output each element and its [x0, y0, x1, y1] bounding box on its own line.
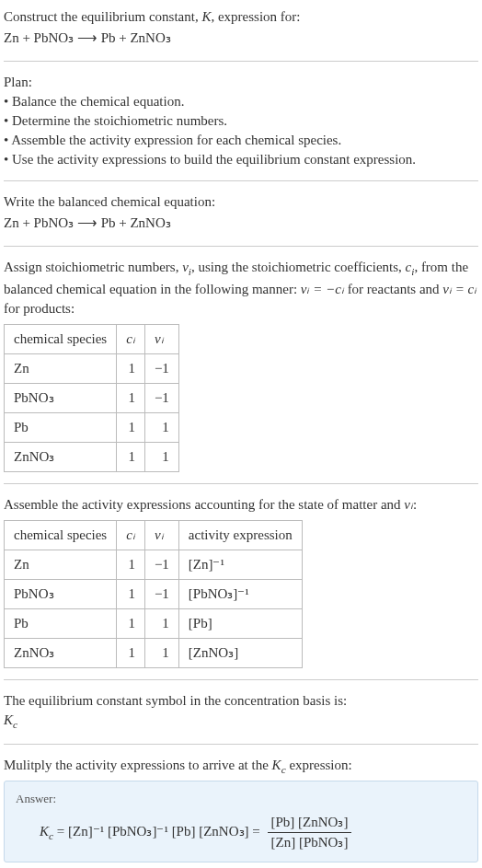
th-species: chemical species — [5, 324, 117, 353]
cell-species: ZnNO₃ — [5, 638, 117, 667]
mult-t2: expression: — [286, 758, 352, 772]
th-nui: νᵢ — [144, 520, 178, 550]
stoich-rel2: νᵢ = cᵢ — [442, 282, 476, 296]
symbol-kc: Kc — [4, 711, 478, 733]
th-ci-text: cᵢ — [126, 331, 135, 346]
th-ci-text: cᵢ — [126, 527, 135, 542]
cell-nui: −1 — [144, 579, 178, 608]
cell-ci: 1 — [117, 383, 145, 412]
plan-bullet-2: • Determine the stoichiometric numbers. — [4, 111, 478, 131]
table-row: Zn 1 −1 [Zn]⁻¹ — [5, 550, 303, 579]
table-row: Pb 1 1 [Pb] — [5, 608, 303, 638]
stoich-t4: for reactants and — [344, 282, 442, 296]
cell-nui: −1 — [144, 383, 178, 412]
multiply-section: Mulitply the activity expressions to arr… — [4, 752, 478, 867]
th-species: chemical species — [5, 520, 117, 550]
cell-species: Pb — [5, 608, 117, 638]
answer-label: Answer: — [16, 791, 466, 807]
prompt-suffix: , expression for: — [211, 9, 300, 24]
cell-ci: 1 — [117, 442, 145, 471]
th-nui: νᵢ — [144, 324, 178, 353]
answer-expression: Kc = [Zn]⁻¹ [PbNO₃]⁻¹ [Pb] [ZnNO₃] = [Pb… — [16, 813, 466, 852]
divider — [4, 744, 478, 745]
answer-fraction: [Pb] [ZnNO₃][Zn] [PbNO₃] — [268, 813, 352, 852]
balanced-heading: Write the balanced chemical equation: — [4, 192, 478, 212]
th-nui-text: νᵢ — [155, 331, 164, 346]
th-activity: activity expression — [178, 520, 302, 550]
stoich-intro: Assign stoichiometric numbers, νi, using… — [4, 258, 478, 318]
plan-bullet-1: • Balance the chemical equation. — [4, 92, 478, 111]
act-t2: : — [413, 497, 417, 512]
plan-bullet-3: • Assemble the activity expression for e… — [4, 131, 478, 150]
act-nu: νᵢ — [404, 497, 413, 512]
plan-section: Plan: • Balance the chemical equation. •… — [4, 69, 478, 173]
cell-nui: 1 — [144, 638, 178, 667]
cell-ci: 1 — [117, 412, 145, 442]
prompt-section: Construct the equilibrium constant, K, e… — [4, 4, 478, 53]
stoich-nu: ν — [182, 260, 189, 274]
divider — [4, 483, 478, 484]
divider — [4, 246, 478, 247]
th-nui-text: νᵢ — [155, 527, 164, 542]
answer-box: Answer: Kc = [Zn]⁻¹ [PbNO₃]⁻¹ [Pb] [ZnNO… — [4, 781, 478, 862]
cell-species: PbNO₃ — [5, 579, 117, 608]
stoich-section: Assign stoichiometric numbers, νi, using… — [4, 254, 478, 476]
act-t1: Assemble the activity expressions accoun… — [4, 497, 404, 512]
symbol-c: c — [13, 719, 17, 730]
cell-species: Zn — [5, 353, 117, 383]
stoich-t5: for products: — [4, 301, 75, 316]
fraction-numerator: [Pb] [ZnNO₃] — [268, 813, 352, 833]
prompt-reaction: Zn + PbNO₃ ⟶ Pb + ZnNO₃ — [4, 27, 478, 50]
stoich-rel1: νᵢ = −cᵢ — [301, 282, 344, 296]
th-ci: cᵢ — [117, 520, 145, 550]
answer-flat: [Zn]⁻¹ [PbNO₃]⁻¹ [Pb] [ZnNO₃] = — [68, 824, 264, 839]
table-header-row: chemical species cᵢ νᵢ — [5, 324, 179, 353]
prompt-k: K — [201, 9, 211, 24]
balanced-section: Write the balanced chemical equation: Zn… — [4, 189, 478, 238]
table-header-row: chemical species cᵢ νᵢ activity expressi… — [5, 520, 303, 550]
table-row: PbNO₃ 1 −1 — [5, 383, 179, 412]
activity-intro: Assemble the activity expressions accoun… — [4, 495, 478, 515]
symbol-section: The equilibrium constant symbol in the c… — [4, 688, 478, 736]
cell-nui: 1 — [144, 412, 178, 442]
cell-ci: 1 — [117, 638, 145, 667]
cell-activity: [ZnNO₃] — [178, 638, 302, 667]
divider — [4, 180, 478, 181]
cell-species: Pb — [5, 412, 117, 442]
table-row: Zn 1 −1 — [5, 353, 179, 383]
cell-nui: 1 — [144, 442, 178, 471]
stoich-t1: Assign stoichiometric numbers, — [4, 260, 182, 274]
answer-k: K — [40, 824, 49, 839]
cell-species: ZnNO₃ — [5, 442, 117, 471]
multiply-intro: Mulitply the activity expressions to arr… — [4, 756, 478, 778]
cell-species: Zn — [5, 550, 117, 579]
stoich-t2: , using the stoichiometric coefficients, — [191, 260, 406, 274]
activity-table: chemical species cᵢ νᵢ activity expressi… — [4, 520, 303, 668]
mult-k: K — [272, 758, 281, 772]
cell-activity: [PbNO₃]⁻¹ — [178, 579, 302, 608]
table-row: Pb 1 1 — [5, 412, 179, 442]
symbol-k: K — [4, 712, 13, 727]
answer-eq: = — [53, 824, 68, 839]
balanced-reaction: Zn + PbNO₃ ⟶ Pb + ZnNO₃ — [4, 212, 478, 235]
prompt-line1: Construct the equilibrium constant, K, e… — [4, 7, 478, 27]
divider — [4, 679, 478, 680]
th-ci: cᵢ — [117, 324, 145, 353]
cell-activity: [Zn]⁻¹ — [178, 550, 302, 579]
stoich-table: chemical species cᵢ νᵢ Zn 1 −1 PbNO₃ 1 −… — [4, 324, 179, 472]
plan-bullet-4: • Use the activity expressions to build … — [4, 150, 478, 169]
cell-ci: 1 — [117, 353, 145, 383]
mult-t1: Mulitply the activity expressions to arr… — [4, 758, 272, 772]
activity-section: Assemble the activity expressions accoun… — [4, 492, 478, 672]
plan-heading: Plan: — [4, 73, 478, 92]
cell-nui: −1 — [144, 353, 178, 383]
cell-nui: 1 — [144, 608, 178, 638]
cell-activity: [Pb] — [178, 608, 302, 638]
cell-ci: 1 — [117, 579, 145, 608]
table-row: PbNO₃ 1 −1 [PbNO₃]⁻¹ — [5, 579, 303, 608]
cell-ci: 1 — [117, 550, 145, 579]
fraction-denominator: [Zn] [PbNO₃] — [268, 833, 352, 852]
cell-species: PbNO₃ — [5, 383, 117, 412]
divider — [4, 61, 478, 62]
cell-nui: −1 — [144, 550, 178, 579]
